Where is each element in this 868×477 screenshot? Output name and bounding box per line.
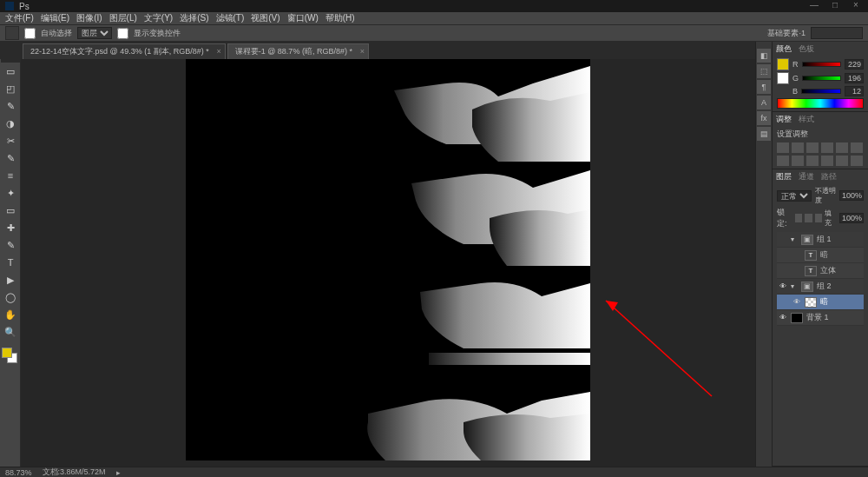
maximize-button[interactable]: □ bbox=[825, 0, 845, 10]
expand-icon[interactable]: ▸ bbox=[116, 468, 121, 477]
visibility-icon[interactable]: 👁 bbox=[792, 298, 801, 307]
adj-curves-icon[interactable] bbox=[806, 142, 819, 153]
menu-layer[interactable]: 图层(L) bbox=[109, 12, 137, 24]
spectrum-strip[interactable] bbox=[777, 98, 864, 109]
layer-row[interactable]: 👁 背景 1 bbox=[777, 310, 864, 326]
lasso-tool[interactable]: ◰ bbox=[1, 80, 20, 97]
wand-tool[interactable]: ✎ bbox=[1, 97, 20, 115]
b-value[interactable]: 12 bbox=[845, 86, 864, 96]
blend-mode-select[interactable]: 正常 bbox=[777, 190, 812, 202]
close-button[interactable]: × bbox=[845, 0, 866, 10]
history-tool[interactable]: ▭ bbox=[1, 202, 20, 219]
tab-color[interactable]: 颜色 bbox=[776, 43, 792, 55]
adj-invert-icon[interactable] bbox=[836, 156, 848, 166]
brush-tool[interactable]: ≡ bbox=[1, 167, 20, 184]
layer-name[interactable]: 暗 bbox=[820, 249, 862, 261]
adj-bw-icon[interactable] bbox=[777, 156, 789, 166]
stamp-tool[interactable]: ✦ bbox=[1, 184, 20, 202]
disclosure-icon[interactable]: ▾ bbox=[791, 235, 798, 243]
adj-lookup-icon[interactable] bbox=[821, 156, 833, 166]
tab-adjustments[interactable]: 调整 bbox=[776, 114, 792, 125]
eraser-tool[interactable]: ✚ bbox=[1, 219, 20, 236]
bg-color-icon[interactable] bbox=[777, 72, 789, 84]
document-tab[interactable]: 课程要-1 @ 88.7% (暗, RGB/8#) * × bbox=[227, 43, 369, 59]
fg-color-icon[interactable] bbox=[777, 58, 789, 70]
dock-icon-paragraph[interactable]: ¶ bbox=[757, 80, 771, 94]
layer-name[interactable]: 立体 bbox=[820, 265, 862, 276]
show-transform-checkbox[interactable] bbox=[117, 28, 128, 39]
menu-select[interactable]: 选择(S) bbox=[180, 12, 208, 24]
visibility-icon[interactable] bbox=[792, 267, 801, 275]
layer-name[interactable]: 组 1 bbox=[817, 234, 862, 245]
adj-exposure-icon[interactable] bbox=[821, 142, 833, 153]
adj-vibrance-icon[interactable] bbox=[836, 142, 848, 153]
menu-image[interactable]: 图像(I) bbox=[76, 12, 102, 24]
current-tool-icon[interactable] bbox=[5, 26, 19, 40]
hand-tool[interactable]: ✋ bbox=[1, 306, 20, 323]
adj-levels-icon[interactable] bbox=[792, 142, 804, 153]
lock-position-icon[interactable] bbox=[805, 214, 812, 222]
dock-icon-info[interactable]: ▤ bbox=[757, 127, 771, 141]
tab-paths[interactable]: 路径 bbox=[821, 171, 837, 182]
eyedropper-tool[interactable]: ✂ bbox=[1, 132, 20, 149]
close-icon[interactable]: × bbox=[216, 47, 220, 56]
opacity-value[interactable]: 100% bbox=[839, 190, 864, 201]
layer-row[interactable]: T 立体 bbox=[777, 263, 864, 279]
color-swatches[interactable] bbox=[0, 346, 19, 365]
layer-row[interactable]: 👁 ▾ ▣ 组 2 bbox=[777, 279, 864, 295]
visibility-icon[interactable] bbox=[792, 251, 801, 260]
layer-row[interactable]: T 暗 bbox=[777, 248, 864, 263]
search-field[interactable] bbox=[811, 27, 863, 39]
gradient-tool[interactable]: ✎ bbox=[1, 236, 20, 254]
lock-pixels-icon[interactable] bbox=[795, 214, 803, 222]
fill-value[interactable]: 100% bbox=[839, 213, 864, 223]
disclosure-icon[interactable]: ▾ bbox=[791, 282, 798, 290]
menu-type[interactable]: 文字(Y) bbox=[144, 12, 173, 24]
zoom-tool[interactable]: 🔍 bbox=[1, 323, 20, 341]
auto-select-target[interactable]: 图层 bbox=[77, 27, 112, 39]
layer-name[interactable]: 背景 1 bbox=[806, 312, 862, 323]
tab-channels[interactable]: 通道 bbox=[799, 171, 814, 182]
healing-tool[interactable]: ✎ bbox=[1, 149, 20, 167]
zoom-readout[interactable]: 88.73% bbox=[5, 468, 32, 477]
auto-select-checkbox[interactable] bbox=[24, 28, 36, 39]
dock-icon-character[interactable]: A bbox=[757, 96, 771, 109]
tab-swatches[interactable]: 色板 bbox=[799, 43, 814, 55]
r-slider[interactable] bbox=[802, 62, 842, 67]
lock-all-icon[interactable] bbox=[815, 214, 823, 222]
dock-icon-properties[interactable]: ⬚ bbox=[757, 64, 771, 78]
adj-hue-icon[interactable] bbox=[851, 142, 863, 153]
document-tab[interactable]: 22-12-14空体文字.psd @ 49.3% (1 副本, RGB/8#) … bbox=[23, 43, 226, 59]
b-slider[interactable] bbox=[801, 89, 841, 94]
menu-file[interactable]: 文件(F) bbox=[5, 12, 34, 24]
menu-view[interactable]: 视图(V) bbox=[251, 12, 279, 24]
visibility-icon[interactable] bbox=[779, 235, 787, 244]
tab-layers[interactable]: 图层 bbox=[776, 171, 792, 182]
visibility-icon[interactable]: 👁 bbox=[779, 282, 787, 291]
dock-icon-history[interactable]: ◧ bbox=[757, 49, 771, 63]
layer-name[interactable]: 组 2 bbox=[817, 281, 862, 292]
doc-info[interactable]: 文档:3.86M/5.72M bbox=[43, 467, 106, 477]
adj-mixer-icon[interactable] bbox=[806, 156, 819, 166]
layer-row[interactable]: 👁 暗 bbox=[777, 295, 864, 310]
foreground-swatch[interactable] bbox=[2, 348, 12, 358]
path-tool[interactable]: ▶ bbox=[1, 271, 20, 288]
tab-styles[interactable]: 样式 bbox=[799, 114, 814, 125]
g-value[interactable]: 196 bbox=[845, 73, 864, 83]
close-icon[interactable]: × bbox=[360, 47, 365, 56]
workspace-label[interactable]: 基础要素·1 bbox=[767, 28, 806, 39]
r-value[interactable]: 229 bbox=[845, 59, 864, 70]
adj-brightness-icon[interactable] bbox=[777, 142, 789, 153]
minimize-button[interactable]: — bbox=[804, 0, 825, 10]
document-canvas[interactable] bbox=[186, 49, 590, 460]
menu-edit[interactable]: 编辑(E) bbox=[41, 12, 69, 24]
g-slider[interactable] bbox=[802, 76, 841, 81]
shape-tool[interactable]: ◯ bbox=[1, 288, 20, 306]
menu-help[interactable]: 帮助(H) bbox=[326, 12, 355, 24]
dock-icon-styles[interactable]: fx bbox=[757, 111, 771, 125]
layer-row[interactable]: ▾ ▣ 组 1 bbox=[777, 232, 864, 248]
type-tool[interactable]: T bbox=[1, 254, 20, 271]
menu-filter[interactable]: 滤镜(T) bbox=[216, 12, 245, 24]
menu-window[interactable]: 窗口(W) bbox=[287, 12, 319, 24]
crop-tool[interactable]: ◑ bbox=[1, 115, 20, 132]
